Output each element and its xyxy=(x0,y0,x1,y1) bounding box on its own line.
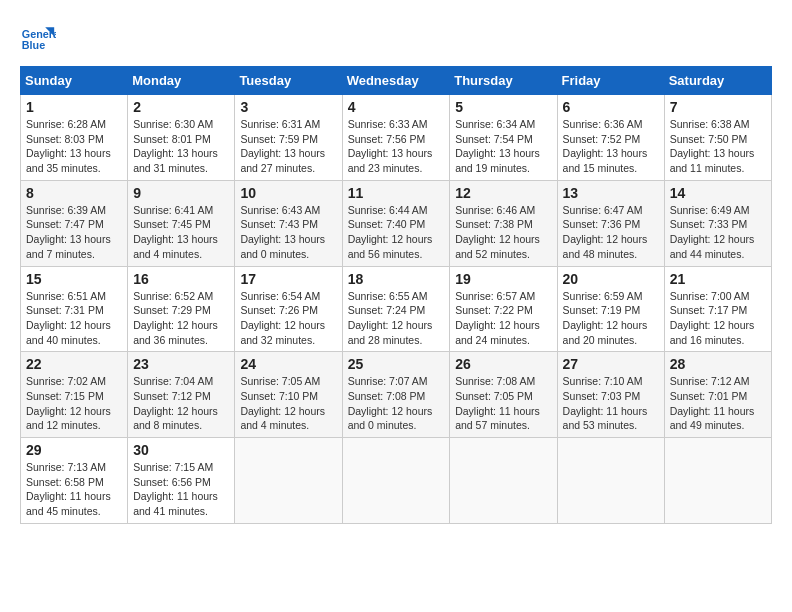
calendar-cell: 6 Sunrise: 6:36 AM Sunset: 7:52 PM Dayli… xyxy=(557,95,664,181)
calendar-cell: 13 Sunrise: 6:47 AM Sunset: 7:36 PM Dayl… xyxy=(557,180,664,266)
day-number: 27 xyxy=(563,356,659,372)
day-info: Sunrise: 6:59 AM Sunset: 7:19 PM Dayligh… xyxy=(563,289,659,348)
day-info: Sunrise: 6:54 AM Sunset: 7:26 PM Dayligh… xyxy=(240,289,336,348)
day-number: 12 xyxy=(455,185,551,201)
calendar-cell: 24 Sunrise: 7:05 AM Sunset: 7:10 PM Dayl… xyxy=(235,352,342,438)
day-info: Sunrise: 6:38 AM Sunset: 7:50 PM Dayligh… xyxy=(670,117,766,176)
day-number: 7 xyxy=(670,99,766,115)
day-info: Sunrise: 7:15 AM Sunset: 6:56 PM Dayligh… xyxy=(133,460,229,519)
calendar-cell: 27 Sunrise: 7:10 AM Sunset: 7:03 PM Dayl… xyxy=(557,352,664,438)
calendar-cell xyxy=(557,438,664,524)
day-number: 5 xyxy=(455,99,551,115)
calendar-cell: 11 Sunrise: 6:44 AM Sunset: 7:40 PM Dayl… xyxy=(342,180,450,266)
calendar-cell: 29 Sunrise: 7:13 AM Sunset: 6:58 PM Dayl… xyxy=(21,438,128,524)
day-info: Sunrise: 6:49 AM Sunset: 7:33 PM Dayligh… xyxy=(670,203,766,262)
day-number: 9 xyxy=(133,185,229,201)
day-number: 25 xyxy=(348,356,445,372)
day-number: 24 xyxy=(240,356,336,372)
day-info: Sunrise: 7:04 AM Sunset: 7:12 PM Dayligh… xyxy=(133,374,229,433)
day-number: 1 xyxy=(26,99,122,115)
day-number: 10 xyxy=(240,185,336,201)
calendar-cell xyxy=(235,438,342,524)
day-info: Sunrise: 6:31 AM Sunset: 7:59 PM Dayligh… xyxy=(240,117,336,176)
calendar-cell xyxy=(664,438,771,524)
calendar-cell: 5 Sunrise: 6:34 AM Sunset: 7:54 PM Dayli… xyxy=(450,95,557,181)
day-info: Sunrise: 6:43 AM Sunset: 7:43 PM Dayligh… xyxy=(240,203,336,262)
weekday-header-friday: Friday xyxy=(557,67,664,95)
day-number: 30 xyxy=(133,442,229,458)
day-info: Sunrise: 6:30 AM Sunset: 8:01 PM Dayligh… xyxy=(133,117,229,176)
day-number: 14 xyxy=(670,185,766,201)
day-number: 19 xyxy=(455,271,551,287)
calendar-cell xyxy=(450,438,557,524)
weekday-header-tuesday: Tuesday xyxy=(235,67,342,95)
calendar-cell: 20 Sunrise: 6:59 AM Sunset: 7:19 PM Dayl… xyxy=(557,266,664,352)
calendar-cell: 3 Sunrise: 6:31 AM Sunset: 7:59 PM Dayli… xyxy=(235,95,342,181)
day-info: Sunrise: 7:02 AM Sunset: 7:15 PM Dayligh… xyxy=(26,374,122,433)
day-info: Sunrise: 6:34 AM Sunset: 7:54 PM Dayligh… xyxy=(455,117,551,176)
day-info: Sunrise: 7:07 AM Sunset: 7:08 PM Dayligh… xyxy=(348,374,445,433)
day-info: Sunrise: 7:12 AM Sunset: 7:01 PM Dayligh… xyxy=(670,374,766,433)
day-info: Sunrise: 6:28 AM Sunset: 8:03 PM Dayligh… xyxy=(26,117,122,176)
day-number: 15 xyxy=(26,271,122,287)
calendar-cell: 30 Sunrise: 7:15 AM Sunset: 6:56 PM Dayl… xyxy=(128,438,235,524)
day-info: Sunrise: 6:33 AM Sunset: 7:56 PM Dayligh… xyxy=(348,117,445,176)
day-info: Sunrise: 6:36 AM Sunset: 7:52 PM Dayligh… xyxy=(563,117,659,176)
weekday-header-thursday: Thursday xyxy=(450,67,557,95)
day-number: 8 xyxy=(26,185,122,201)
day-number: 3 xyxy=(240,99,336,115)
day-info: Sunrise: 6:47 AM Sunset: 7:36 PM Dayligh… xyxy=(563,203,659,262)
weekday-header-sunday: Sunday xyxy=(21,67,128,95)
day-number: 2 xyxy=(133,99,229,115)
calendar-cell: 16 Sunrise: 6:52 AM Sunset: 7:29 PM Dayl… xyxy=(128,266,235,352)
day-info: Sunrise: 6:39 AM Sunset: 7:47 PM Dayligh… xyxy=(26,203,122,262)
day-info: Sunrise: 6:52 AM Sunset: 7:29 PM Dayligh… xyxy=(133,289,229,348)
day-number: 21 xyxy=(670,271,766,287)
logo-icon: General Blue xyxy=(20,20,56,56)
calendar-cell xyxy=(342,438,450,524)
day-info: Sunrise: 6:51 AM Sunset: 7:31 PM Dayligh… xyxy=(26,289,122,348)
day-info: Sunrise: 7:05 AM Sunset: 7:10 PM Dayligh… xyxy=(240,374,336,433)
calendar-cell: 23 Sunrise: 7:04 AM Sunset: 7:12 PM Dayl… xyxy=(128,352,235,438)
day-number: 13 xyxy=(563,185,659,201)
calendar-cell: 22 Sunrise: 7:02 AM Sunset: 7:15 PM Dayl… xyxy=(21,352,128,438)
calendar-cell: 17 Sunrise: 6:54 AM Sunset: 7:26 PM Dayl… xyxy=(235,266,342,352)
calendar-cell: 7 Sunrise: 6:38 AM Sunset: 7:50 PM Dayli… xyxy=(664,95,771,181)
calendar-cell: 9 Sunrise: 6:41 AM Sunset: 7:45 PM Dayli… xyxy=(128,180,235,266)
calendar-cell: 25 Sunrise: 7:07 AM Sunset: 7:08 PM Dayl… xyxy=(342,352,450,438)
day-info: Sunrise: 7:08 AM Sunset: 7:05 PM Dayligh… xyxy=(455,374,551,433)
calendar-cell: 1 Sunrise: 6:28 AM Sunset: 8:03 PM Dayli… xyxy=(21,95,128,181)
svg-text:Blue: Blue xyxy=(22,39,45,51)
day-number: 4 xyxy=(348,99,445,115)
calendar-cell: 12 Sunrise: 6:46 AM Sunset: 7:38 PM Dayl… xyxy=(450,180,557,266)
calendar-cell: 8 Sunrise: 6:39 AM Sunset: 7:47 PM Dayli… xyxy=(21,180,128,266)
calendar-cell: 26 Sunrise: 7:08 AM Sunset: 7:05 PM Dayl… xyxy=(450,352,557,438)
calendar-cell: 28 Sunrise: 7:12 AM Sunset: 7:01 PM Dayl… xyxy=(664,352,771,438)
calendar-table: SundayMondayTuesdayWednesdayThursdayFrid… xyxy=(20,66,772,524)
day-info: Sunrise: 6:55 AM Sunset: 7:24 PM Dayligh… xyxy=(348,289,445,348)
calendar-cell: 21 Sunrise: 7:00 AM Sunset: 7:17 PM Dayl… xyxy=(664,266,771,352)
day-info: Sunrise: 6:46 AM Sunset: 7:38 PM Dayligh… xyxy=(455,203,551,262)
day-number: 11 xyxy=(348,185,445,201)
day-info: Sunrise: 7:13 AM Sunset: 6:58 PM Dayligh… xyxy=(26,460,122,519)
weekday-header-wednesday: Wednesday xyxy=(342,67,450,95)
day-number: 6 xyxy=(563,99,659,115)
calendar-cell: 14 Sunrise: 6:49 AM Sunset: 7:33 PM Dayl… xyxy=(664,180,771,266)
calendar-cell: 18 Sunrise: 6:55 AM Sunset: 7:24 PM Dayl… xyxy=(342,266,450,352)
page-header: General Blue xyxy=(20,20,772,56)
day-number: 16 xyxy=(133,271,229,287)
day-number: 18 xyxy=(348,271,445,287)
day-number: 23 xyxy=(133,356,229,372)
weekday-header-monday: Monday xyxy=(128,67,235,95)
day-info: Sunrise: 7:10 AM Sunset: 7:03 PM Dayligh… xyxy=(563,374,659,433)
day-number: 26 xyxy=(455,356,551,372)
day-number: 17 xyxy=(240,271,336,287)
day-info: Sunrise: 6:57 AM Sunset: 7:22 PM Dayligh… xyxy=(455,289,551,348)
weekday-header-saturday: Saturday xyxy=(664,67,771,95)
day-number: 22 xyxy=(26,356,122,372)
day-number: 20 xyxy=(563,271,659,287)
calendar-cell: 2 Sunrise: 6:30 AM Sunset: 8:01 PM Dayli… xyxy=(128,95,235,181)
day-info: Sunrise: 6:41 AM Sunset: 7:45 PM Dayligh… xyxy=(133,203,229,262)
calendar-cell: 19 Sunrise: 6:57 AM Sunset: 7:22 PM Dayl… xyxy=(450,266,557,352)
day-number: 29 xyxy=(26,442,122,458)
